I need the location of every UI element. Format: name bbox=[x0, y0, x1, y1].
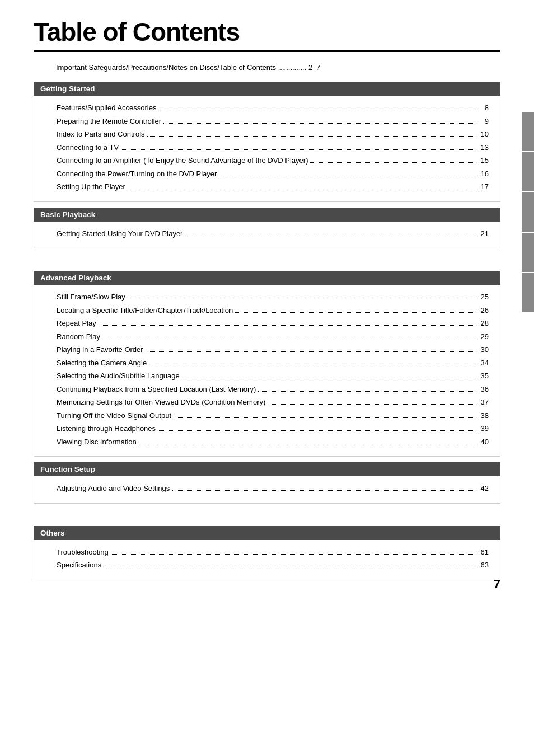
toc-dots bbox=[163, 123, 475, 124]
toc-entry-text: Adjusting Audio and Video Settings bbox=[57, 483, 170, 494]
toc-entry: Index to Parts and Controls10 bbox=[57, 129, 489, 140]
toc-entry-text: Memorizing Settings for Often Viewed DVD… bbox=[57, 397, 265, 408]
toc-dots bbox=[102, 339, 475, 339]
toc-entry: Viewing Disc Information40 bbox=[57, 436, 489, 448]
intro-text: Important Safeguards/Precautions/Notes o… bbox=[56, 63, 500, 72]
section-spacer bbox=[34, 254, 500, 271]
toc-entry: Selecting the Audio/Subtitle Language35 bbox=[57, 370, 489, 382]
toc-dots bbox=[268, 404, 475, 405]
section-spacer bbox=[34, 509, 500, 526]
toc-page-number: 38 bbox=[477, 410, 489, 421]
toc-page-number: 13 bbox=[477, 142, 489, 153]
toc-dots bbox=[172, 490, 475, 491]
side-tab-3 bbox=[522, 192, 534, 232]
toc-page-number: 37 bbox=[477, 397, 489, 408]
toc-entry-text: Listening through Headphones bbox=[57, 423, 156, 434]
toc-dots bbox=[185, 236, 475, 236]
toc-entry-text: Connecting to an Amplifier (To Enjoy the… bbox=[57, 155, 308, 166]
section-advanced-playback: Advanced PlaybackStill Frame/Slow Play25… bbox=[34, 271, 500, 457]
toc-entry: Adjusting Audio and Video Settings42 bbox=[57, 483, 489, 494]
toc-entry: Playing in a Favorite Order30 bbox=[57, 344, 489, 355]
side-tabs bbox=[522, 112, 534, 312]
toc-sections: Getting StartedFeatures/Supplied Accesso… bbox=[34, 82, 500, 580]
toc-page-number: 42 bbox=[477, 483, 489, 494]
toc-entry-text: Continuing Playback from a Specified Loc… bbox=[57, 384, 256, 395]
toc-page-number: 9 bbox=[477, 116, 489, 127]
toc-page-number: 10 bbox=[477, 129, 489, 140]
toc-entry: Features/Supplied Accessories8 bbox=[57, 102, 489, 114]
toc-dots bbox=[258, 391, 475, 392]
section-function-setup: Function SetupAdjusting Audio and Video … bbox=[34, 462, 500, 504]
section-body-getting-started: Features/Supplied Accessories8Preparing … bbox=[34, 96, 500, 202]
toc-entry: Connecting the Power/Turning on the DVD … bbox=[57, 168, 489, 180]
toc-entry: Random Play29 bbox=[57, 331, 489, 342]
toc-dots bbox=[99, 325, 475, 326]
toc-dots bbox=[128, 299, 475, 299]
toc-page-number: 25 bbox=[477, 292, 489, 303]
toc-entry: Turning Off the Video Signal Output38 bbox=[57, 410, 489, 421]
toc-dots bbox=[235, 312, 475, 313]
side-tab-4 bbox=[522, 233, 534, 272]
page-container: Table of Contents Important Safeguards/P… bbox=[0, 0, 534, 608]
toc-entry-text: Selecting the Audio/Subtitle Language bbox=[57, 370, 180, 382]
toc-entry-text: Random Play bbox=[57, 331, 100, 342]
toc-page-number: 39 bbox=[477, 423, 489, 434]
toc-entry: Connecting to an Amplifier (To Enjoy the… bbox=[57, 155, 489, 166]
toc-entry-text: Preparing the Remote Controller bbox=[57, 116, 161, 127]
toc-page-number: 8 bbox=[477, 102, 489, 114]
side-tab-5 bbox=[522, 273, 534, 312]
toc-page-number: 15 bbox=[477, 155, 489, 166]
toc-entry-text: Connecting the Power/Turning on the DVD … bbox=[57, 168, 217, 180]
toc-entry-text: Playing in a Favorite Order bbox=[57, 344, 143, 355]
toc-page-number: 30 bbox=[477, 344, 489, 355]
section-header-getting-started: Getting Started bbox=[34, 82, 500, 96]
toc-entry-text: Still Frame/Slow Play bbox=[57, 292, 125, 303]
toc-dots bbox=[146, 351, 475, 352]
toc-dots bbox=[158, 110, 475, 110]
section-header-others: Others bbox=[34, 526, 500, 540]
toc-entry: Troubleshooting61 bbox=[57, 547, 489, 558]
toc-entry: Listening through Headphones39 bbox=[57, 423, 489, 434]
toc-dots bbox=[182, 378, 475, 378]
toc-entry-text: Features/Supplied Accessories bbox=[57, 102, 156, 114]
toc-entry-text: Turning Off the Video Signal Output bbox=[57, 410, 171, 421]
section-body-others: Troubleshooting61Specifications63 bbox=[34, 540, 500, 580]
toc-entry-text: Setting Up the Player bbox=[57, 181, 125, 192]
toc-page-number: 21 bbox=[477, 228, 489, 240]
section-header-advanced-playback: Advanced Playback bbox=[34, 271, 500, 285]
toc-entry: Connecting to a TV13 bbox=[57, 142, 489, 153]
toc-entry-text: Selecting the Camera Angle bbox=[57, 358, 147, 369]
section-others: OthersTroubleshooting61Specifications63 bbox=[34, 526, 500, 580]
toc-entry: Specifications63 bbox=[57, 560, 489, 571]
toc-entry: Setting Up the Player17 bbox=[57, 181, 489, 192]
toc-entry: Repeat Play28 bbox=[57, 318, 489, 329]
toc-page-number: 34 bbox=[477, 358, 489, 369]
section-body-function-setup: Adjusting Audio and Video Settings42 bbox=[34, 476, 500, 504]
toc-page-number: 35 bbox=[477, 370, 489, 382]
toc-page-number: 63 bbox=[477, 560, 489, 571]
toc-entry-text: Index to Parts and Controls bbox=[57, 129, 145, 140]
toc-entry-text: Troubleshooting bbox=[57, 547, 109, 558]
toc-page-number: 29 bbox=[477, 331, 489, 342]
side-tab-2 bbox=[522, 152, 534, 191]
toc-entry: Preparing the Remote Controller9 bbox=[57, 116, 489, 127]
toc-dots bbox=[121, 149, 475, 150]
toc-dots bbox=[128, 189, 475, 189]
section-body-basic-playback: Getting Started Using Your DVD Player21 bbox=[34, 222, 500, 249]
toc-entry: Locating a Specific Title/Folder/Chapter… bbox=[57, 305, 489, 316]
toc-page-number: 17 bbox=[477, 181, 489, 192]
toc-page-number: 16 bbox=[477, 168, 489, 180]
toc-dots bbox=[111, 554, 475, 555]
title-divider bbox=[34, 50, 500, 52]
section-body-advanced-playback: Still Frame/Slow Play25Locating a Specif… bbox=[34, 285, 500, 457]
toc-entry: Selecting the Camera Angle34 bbox=[57, 358, 489, 369]
toc-entry-text: Locating a Specific Title/Folder/Chapter… bbox=[57, 305, 233, 316]
toc-page-number: 36 bbox=[477, 384, 489, 395]
section-header-basic-playback: Basic Playback bbox=[34, 208, 500, 222]
toc-dots bbox=[310, 162, 475, 163]
toc-entry: Memorizing Settings for Often Viewed DVD… bbox=[57, 397, 489, 408]
toc-entry-text: Viewing Disc Information bbox=[57, 436, 137, 448]
toc-entry: Still Frame/Slow Play25 bbox=[57, 292, 489, 303]
toc-page-number: 26 bbox=[477, 305, 489, 316]
toc-dots bbox=[158, 430, 475, 431]
